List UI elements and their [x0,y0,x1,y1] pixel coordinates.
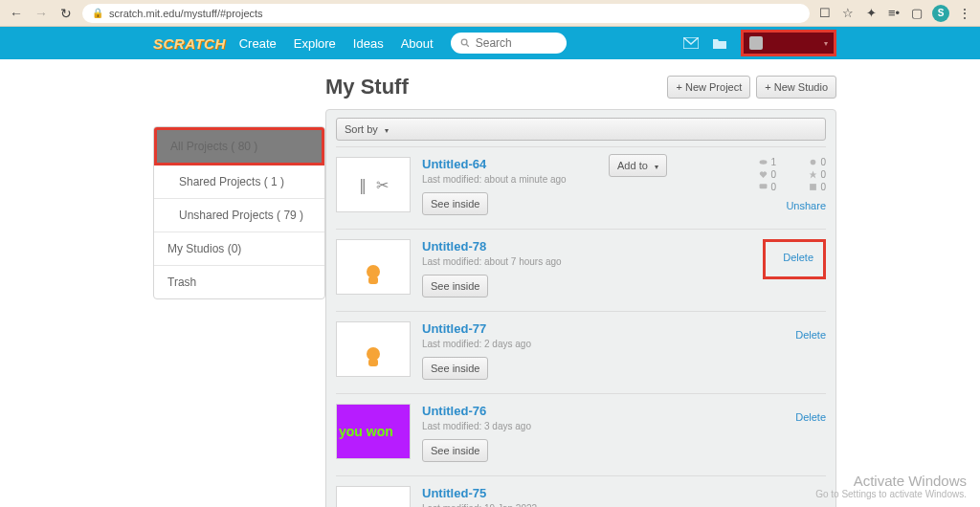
sidebar-trash[interactable]: Trash [154,266,324,298]
see-inside-button[interactable]: See inside [422,439,488,462]
scratch-logo[interactable]: SCRATCH [153,35,226,52]
sort-by-label: Sort by [345,123,378,135]
svg-point-0 [461,39,467,45]
mystuff-icon[interactable] [708,33,731,53]
nav-about[interactable]: About [401,36,434,51]
lock-icon: 🔒 [92,8,103,18]
url-text: scratch.mit.edu/mystuff/#projects [109,8,263,19]
project-thumbnail[interactable]: ‖✂ [336,157,411,212]
views-stat: 1 [759,157,776,167]
cat-icon [364,347,383,368]
search-box[interactable] [451,33,568,54]
user-dropdown[interactable]: ▾ [741,30,836,56]
watermark-title: Activate Windows [815,473,967,489]
search-icon [460,37,470,49]
browser-chrome: ← → ↻ 🔒 scratch.mit.edu/mystuff/#project… [0,0,980,27]
profile-avatar[interactable]: S [932,5,949,22]
address-bar[interactable]: 🔒 scratch.mit.edu/mystuff/#projects [82,4,810,23]
project-meta: Last modified: 3 days ago [422,421,740,431]
project-thumbnail[interactable] [336,239,411,295]
favorites-stat: 0 [809,169,826,180]
reload-button[interactable]: ↻ [57,5,75,22]
new-studio-button[interactable]: + New Studio [756,76,836,99]
delete-link[interactable]: Delete [740,411,826,423]
project-row: Untitled-75 Last modified: 19 Jan 2022 S… [336,475,826,507]
unshare-link[interactable]: Unshare [740,200,826,211]
loves-stat: 0 [759,169,776,180]
sidebar-shared-projects[interactable]: Shared Projects ( 1 ) [154,165,324,199]
back-button[interactable]: ← [8,5,25,22]
svg-rect-6 [811,184,817,190]
svg-rect-5 [760,184,768,188]
project-row: you won Untitled-76 Last modified: 3 day… [336,393,826,475]
comments-stat: 0 [759,182,776,192]
see-inside-button[interactable]: See inside [422,192,488,215]
nav-ideas[interactable]: Ideas [353,36,384,51]
delete-link[interactable]: Delete [740,329,826,341]
windows-activation-watermark: Activate Windows Go to Settings to activ… [815,473,967,499]
svg-line-1 [466,44,469,47]
caret-down-icon: ▾ [385,126,389,135]
delete-link[interactable]: Delete [763,239,826,279]
project-thumbnail[interactable] [336,321,411,377]
star-icon[interactable]: ☆ [840,6,856,21]
project-title[interactable]: Untitled-78 [422,239,740,254]
panel-icon[interactable]: ▢ [909,6,924,21]
main-column: My Stuff + New Project + New Studio Sort… [325,75,836,507]
sidebar-my-studios[interactable]: My Studios (0) [154,232,324,266]
sidebar-unshared-projects[interactable]: Unshared Projects ( 79 ) [154,199,324,232]
sidebar-all-projects[interactable]: All Projects ( 80 ) [157,130,322,163]
project-thumbnail[interactable] [336,486,411,507]
project-row: ‖✂ Untitled-64 Last modified: about a mi… [336,146,826,229]
project-meta: Last modified: 19 Jan 2022 [422,503,740,507]
caret-down-icon: ▾ [824,39,828,48]
remixes-stat: 0 [809,157,826,167]
scissors-icon: ‖✂ [359,176,389,194]
project-meta: Last modified: about 7 hours ago [422,256,740,267]
sidebar: All Projects ( 80 ) Shared Projects ( 1 … [153,126,325,299]
reading-list-icon[interactable]: ≡• [886,6,902,21]
studios-stat: 0 [809,182,826,192]
project-meta: Last modified: 2 days ago [422,339,740,349]
extensions-icon[interactable]: ✦ [863,6,879,21]
project-title[interactable]: Untitled-75 [422,486,740,500]
search-input[interactable] [476,36,558,50]
project-meta: Last modified: about a minute ago [422,174,740,185]
project-stats: 1 0 0 0 0 0 Unshare [740,157,826,215]
forward-button[interactable]: → [33,5,50,22]
projects-panel: Sort by ▾ ‖✂ Untitled-64 Last modified: … [325,109,836,507]
project-row: Untitled-77 Last modified: 2 days ago Se… [336,311,826,393]
caret-down-icon: ▾ [655,163,658,171]
cat-icon [364,265,383,286]
see-inside-button[interactable]: See inside [422,357,488,380]
sort-by-dropdown[interactable]: Sort by ▾ [336,118,826,141]
svg-point-3 [760,160,768,165]
sidebar-column: All Projects ( 80 ) Shared Projects ( 1 … [153,126,325,507]
chrome-menu-icon[interactable]: ⋮ [957,6,972,21]
add-to-dropdown[interactable]: Add to ▾ [609,154,667,177]
highlight-box-all-projects: All Projects ( 80 ) [154,127,324,165]
project-title[interactable]: Untitled-64 [422,157,740,171]
messages-icon[interactable] [679,33,702,53]
nav-explore[interactable]: Explore [294,36,336,51]
user-avatar-icon [749,36,763,50]
share-icon[interactable]: ☐ [817,6,833,21]
nav-create[interactable]: Create [239,36,277,51]
page-title: My Stuff [325,75,409,99]
new-project-button[interactable]: + New Project [667,76,750,99]
site-topnav: SCRATCH Create Explore Ideas About ▾ [0,27,980,59]
project-title[interactable]: Untitled-76 [422,404,740,418]
project-title[interactable]: Untitled-77 [422,321,740,336]
add-to-label: Add to [617,160,648,171]
content-area: All Projects ( 80 ) Shared Projects ( 1 … [0,59,980,507]
project-thumbnail[interactable]: you won [336,404,411,459]
page-header: My Stuff + New Project + New Studio [325,75,836,99]
svg-point-4 [811,160,816,165]
see-inside-button[interactable]: See inside [422,275,488,298]
project-row: Untitled-78 Last modified: about 7 hours… [336,229,826,311]
watermark-subtitle: Go to Settings to activate Windows. [815,489,967,499]
